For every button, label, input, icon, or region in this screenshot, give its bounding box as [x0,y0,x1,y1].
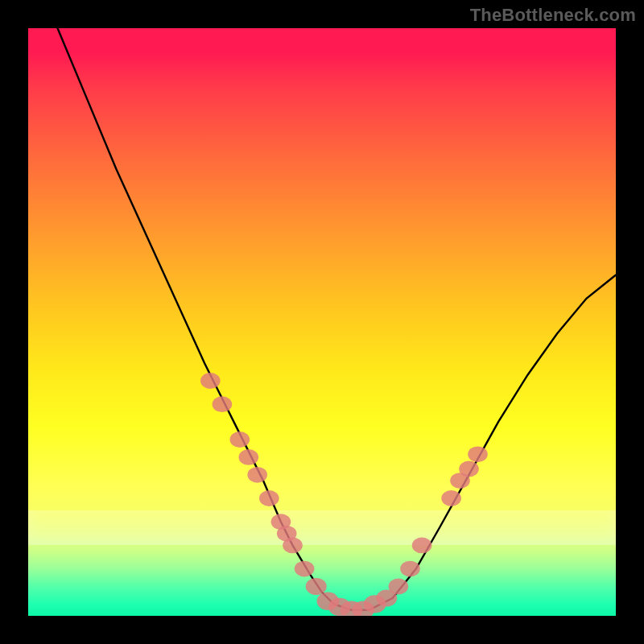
curve-marker [389,579,409,595]
chart-frame: TheBottleneck.com [0,0,644,644]
watermark-text: TheBottleneck.com [470,5,636,26]
curve-marker [200,373,221,389]
curve-marker [468,446,488,462]
curve-marker [441,490,461,506]
curve-marker [295,561,315,577]
curve-marker [277,526,297,542]
curve-marker [213,396,233,412]
bottleneck-curve [58,28,617,610]
plot-area [28,28,616,616]
curve-marker [306,578,327,595]
curve-marker [247,467,267,483]
chart-svg [28,28,616,616]
curve-marker [400,561,420,577]
curve-marker [239,449,259,465]
curve-marker [259,490,279,506]
curve-marker [459,461,479,477]
curve-marker [230,431,250,448]
marker-group [200,373,488,616]
curve-marker [412,538,432,554]
